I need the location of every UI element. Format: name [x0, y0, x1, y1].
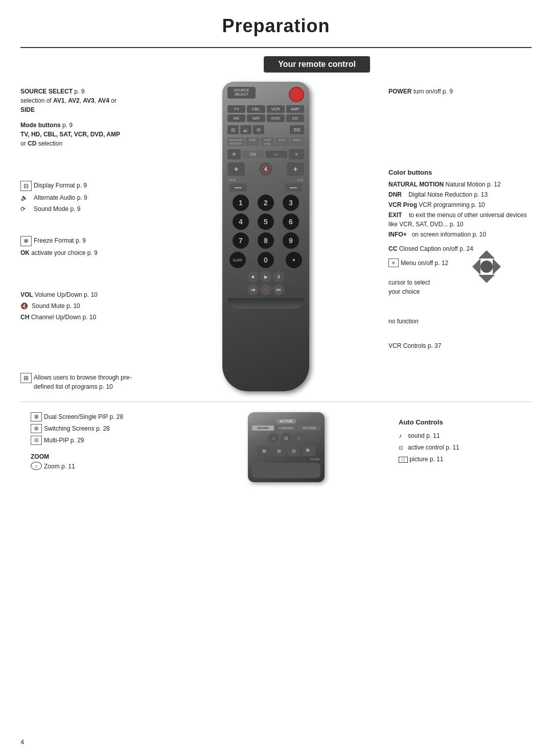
mode-row-2: HD SAT DVD CD [227, 114, 304, 122]
picture-auto-btn[interactable]: □ [293, 433, 305, 444]
sound-tab[interactable]: SOUND [252, 426, 274, 431]
info-plus-btn[interactable]: INFO+ [290, 137, 304, 146]
pip-row: ⊠ ⊞ ⊟ 🔍 [252, 446, 320, 456]
cc-btn[interactable]: CC [290, 125, 304, 134]
power-annotation: POWER turn on/off p. 9 [388, 87, 532, 96]
btn-1[interactable]: 1 [233, 195, 249, 211]
btn-2[interactable]: 2 [258, 195, 274, 211]
freeze-format-icon: ❄ [20, 236, 32, 246]
btn-5[interactable]: 5 [258, 214, 274, 230]
mute-btn[interactable]: 🔇 [259, 162, 272, 176]
vcr-stop-btn[interactable]: ■ [247, 271, 259, 282]
pip-switch-btn[interactable]: ⊞ [272, 446, 286, 456]
display-format-icon: ⊟ [20, 181, 32, 191]
source-select-btn[interactable]: SOURCE SELECT [227, 87, 256, 99]
active-ctrl-btn[interactable]: ⊡ [281, 433, 292, 444]
num-pad: 1 2 3 4 5 6 7 8 9 [227, 195, 304, 249]
pip-dual-btn[interactable]: ⊠ [258, 446, 271, 456]
display-format-btn[interactable]: ⊟ [227, 125, 239, 134]
vcr-row-2: ⏮ ● ⏭ [227, 284, 304, 295]
btn-8[interactable]: 8 [258, 232, 274, 249]
nav-cross-area [472, 250, 501, 283]
ch-annotation: CH Channel Up/Down p. 10 [20, 313, 143, 322]
menu-btn[interactable]: ≡ [289, 149, 304, 159]
ok-btn[interactable]: OK [242, 151, 264, 158]
btn-0[interactable]: 0 [258, 252, 274, 268]
natural-motion-btn[interactable]: NATURAL MOTION [227, 137, 244, 146]
vcr-rew-btn[interactable]: ⏮ [247, 284, 259, 295]
vcr-ffw-btn[interactable]: ⏭ [273, 284, 284, 295]
dnr-btn[interactable]: DNR [245, 137, 259, 146]
icon-row: ⊟ 🔉 ⟳ CC [227, 125, 304, 134]
nav-left-btn[interactable] [472, 258, 480, 275]
nav-center-btn[interactable] [480, 261, 493, 273]
color-buttons-section: Color buttons NATURAL MOTION Natural Mot… [388, 168, 532, 239]
cbl-btn[interactable]: CBL [247, 105, 265, 113]
sound-auto-annotation: ♪ sound p. 11 [399, 431, 521, 441]
btn-6[interactable]: 6 [283, 214, 299, 230]
sound-auto-btn[interactable]: ♪ [268, 433, 279, 444]
vcr-play-btn[interactable]: ▶ [260, 271, 271, 282]
surf-btn[interactable]: SURF [229, 252, 246, 268]
vcr-prog-annotation: VCR Prog VCR programming p. 10 [388, 200, 532, 209]
page-number: 4 [20, 738, 24, 746]
dot-btn[interactable]: • [286, 252, 302, 268]
tv-btn[interactable]: TV [227, 105, 245, 113]
active-ctrl-icon: ⊡ [399, 444, 408, 452]
display-format-btn-icon: ⊟ [231, 127, 235, 133]
vol-ch-labels: VOL CH [227, 178, 304, 182]
nav-down-btn[interactable] [478, 275, 495, 283]
switching-screens-annotation: ⊞ Switching Screens p. 28 [31, 424, 174, 434]
zoom-mini-btn[interactable]: 🔍 [302, 446, 315, 456]
dvd-btn[interactable]: DVD [267, 114, 285, 122]
btn-3[interactable]: 3 [283, 195, 299, 211]
btn-9[interactable]: 9 [283, 232, 299, 249]
amp-btn[interactable]: AMP [286, 105, 304, 113]
power-btn[interactable] [289, 87, 304, 102]
vcr-btn[interactable]: VCR [267, 105, 285, 113]
sat-btn[interactable]: SAT [247, 114, 265, 122]
source-select-label: SOURCE SELECT [20, 88, 73, 95]
surf-annotation: ⊞ Allows users to browse through pre-def… [20, 373, 143, 391]
hd-btn[interactable]: HD [227, 114, 245, 122]
mode-buttons-desc: TV, HD, CBL, SAT, VCR, DVD, AMP [20, 130, 143, 139]
vcr-rec-btn[interactable]: ● [260, 284, 271, 295]
cc-btn-label: CC [294, 127, 301, 132]
picture-tab[interactable]: PICTURE [298, 426, 320, 431]
control-tab[interactable]: CONTROL [275, 426, 297, 431]
sound-mode-icon: ⟳ [20, 204, 32, 214]
vol-minus-btn[interactable]: — [229, 183, 247, 192]
active-header: ACTIVE [252, 416, 320, 424]
ch-minus-btn[interactable]: — [285, 183, 302, 192]
zoom-label-bottom: ZOOM [252, 458, 320, 461]
exit-btn[interactable]: EXIT [275, 137, 289, 146]
zoom-icon: ○ [31, 462, 42, 470]
no-function-annotation: no function [388, 317, 532, 326]
page-title: Preparation [20, 0, 532, 47]
dash-btn[interactable]: — [266, 151, 288, 158]
picture-auto-icon: □ [399, 457, 408, 463]
ch-plus-btn[interactable]: + [287, 162, 304, 176]
alt-audio-btn[interactable]: 🔉 [240, 125, 251, 134]
freeze-format-annotation: ❄ Freeze Format p. 9 [20, 236, 143, 246]
sound-auto-icon: ♪ [399, 431, 408, 441]
nav-right-btn[interactable] [493, 258, 501, 275]
vcr-pause-btn[interactable]: ⏸ [273, 271, 284, 282]
remote-body: SOURCE SELECT TV CBL VCR AMP HD SAT DVD … [222, 82, 309, 391]
vcr-prog-btn[interactable]: VCR prog [261, 137, 274, 146]
cd-btn[interactable]: CD [286, 114, 304, 122]
freeze-ok-row: ❄ OK — ≡ [227, 149, 304, 159]
btn-4[interactable]: 4 [233, 214, 249, 230]
nav-up-btn[interactable] [478, 250, 495, 258]
zoom-annotation: ZOOM ○ Zoom p. 11 [31, 452, 174, 471]
freeze-btn[interactable]: ❄ [227, 149, 241, 159]
pip-multi-btn[interactable]: ⊟ [287, 446, 301, 456]
display-format-annotation: ⊟ Display Format p. 9 [20, 181, 143, 191]
sound-mute-annotation: 🔇 Sound Mute p. 10 [20, 301, 143, 311]
mute-icon: 🔇 [262, 166, 270, 173]
sound-mode-btn[interactable]: ⟳ [253, 125, 264, 134]
trackpad-area[interactable] [252, 463, 320, 478]
vol-plus-btn[interactable]: + [227, 162, 245, 176]
mode-buttons-page: p. 9 [62, 122, 73, 129]
btn-7[interactable]: 7 [233, 232, 249, 249]
